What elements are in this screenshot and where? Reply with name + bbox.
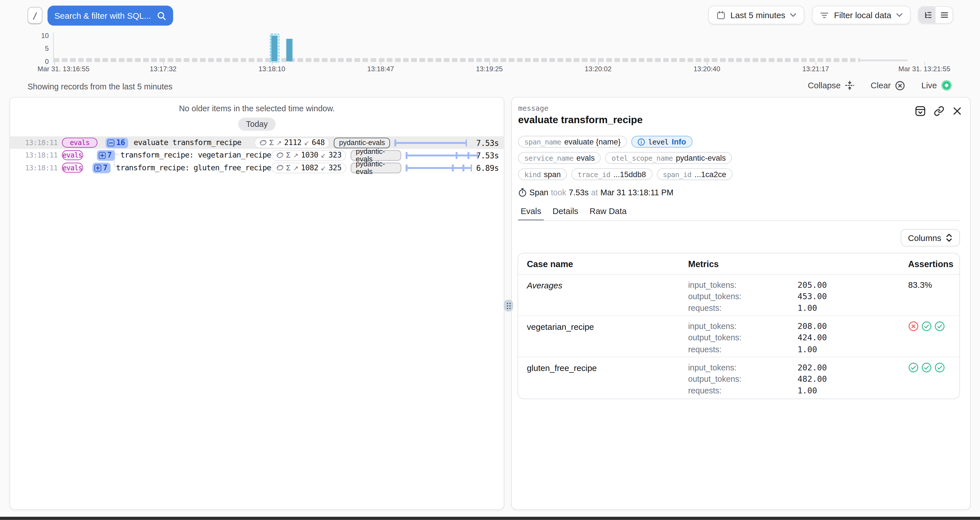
link-icon [934, 105, 944, 116]
close-panel-button[interactable] [953, 107, 962, 116]
row-right-group: Σ ↗ 2112 ↙ 648 pydantic-evals 7.53s [255, 137, 499, 148]
status-row: Showing records from the last 5 minutes … [0, 80, 980, 94]
copy-link-button[interactable] [934, 105, 944, 116]
tokens-out: 323 [328, 151, 341, 160]
attr-pill-span-name[interactable]: span_name evaluate {name} [518, 136, 627, 148]
detail-title: evaluate transform_recipe [518, 114, 963, 126]
evals-table-header: Case name Metrics Assertions [518, 254, 959, 275]
tokens-in-arrow-icon: ↗ [293, 164, 298, 171]
columns-control-row: Columns [512, 229, 970, 247]
metric-value: 1.00 [797, 303, 908, 314]
attribute-row: kind span trace_id ...15ddb8 span_id ...… [518, 168, 964, 180]
trace-row-gluten-free-recipe[interactable]: 13:18:11 evals 7 transform_recipe: glute… [10, 161, 504, 174]
trace-rows: 13:18:11 evals 16 evaluate transform_rec… [10, 136, 504, 174]
histogram-bar-2[interactable] [286, 38, 292, 62]
calendar-icon [716, 10, 725, 19]
assertions-percentage: 83.3% [908, 280, 953, 315]
tokens-out: 648 [312, 138, 325, 147]
expand-children-badge[interactable]: 7 [92, 163, 111, 173]
square-minus-icon [107, 139, 114, 146]
timing-timestamp: Mar 31 13:18:11 PM [600, 188, 673, 197]
y-tick-10: 10 [35, 32, 48, 39]
filter-local-data-button[interactable]: Filter local data [812, 6, 910, 24]
scope-tag: pydantic-evals [334, 137, 390, 148]
detail-header: message evaluate transform_recipe [512, 97, 970, 126]
list-view-button[interactable] [936, 7, 953, 23]
histogram-selected-bucket[interactable] [270, 33, 279, 62]
tab-details[interactable]: Details [550, 206, 581, 221]
attr-pill-otel-scope-name[interactable]: otel_scope_name pydantic-evals [605, 152, 732, 164]
attr-pill-level[interactable]: level Info [631, 136, 692, 148]
metric-value: 424.00 [797, 332, 908, 344]
case-name: gluten_free_recipe [527, 364, 688, 399]
timing-duration: 7.53s [569, 188, 589, 197]
metric-value: 1.00 [797, 385, 908, 397]
filter-label: Filter local data [834, 10, 891, 19]
attr-key: otel_scope_name [612, 153, 673, 163]
sigma-icon: Σ [286, 151, 291, 160]
tokens-out-arrow-icon: ↙ [321, 164, 326, 171]
live-toggle[interactable]: Live [921, 80, 951, 91]
trace-row-vegetarian-recipe[interactable]: 13:18:11 evals 7 transform_recipe: veget… [10, 149, 504, 161]
records-histogram: 10 5 0 Mar 31. 13:16:55 13:17:32 13:18:1… [0, 29, 980, 77]
attr-value: Info [672, 137, 686, 146]
expand-children-badge[interactable]: 7 [97, 150, 115, 160]
duration-bar [406, 151, 470, 159]
close-icon [953, 107, 962, 116]
col-assertions: Assertions [908, 258, 953, 268]
metric-value: 1.00 [797, 344, 908, 356]
attribute-row: service_name evals otel_scope_name pydan… [518, 152, 964, 164]
clear-button[interactable]: Clear [870, 80, 905, 90]
span-attributes: span_name evaluate {name} level Info ser… [512, 126, 970, 180]
collapse-button[interactable]: Collapse [808, 81, 854, 90]
search-icon [157, 11, 166, 21]
evals-tag-pill: evals [62, 138, 97, 148]
coin-icon [276, 151, 283, 159]
clear-circle-x-icon [895, 80, 905, 90]
span-name: evaluate transform_recipe [134, 138, 241, 147]
y-tick-5: 5 [35, 45, 48, 52]
up-down-chevrons-icon [946, 233, 953, 242]
x-tick-label: 13:20:40 [694, 65, 720, 72]
panel-resize-handle[interactable] [504, 300, 513, 312]
empty-window-notice: No older items in the selected time wind… [10, 104, 504, 113]
tree-view-button[interactable] [919, 7, 936, 23]
attr-value: pydantic-evals [676, 153, 725, 163]
metric-label: requests: [688, 344, 798, 356]
search-button[interactable]: Search & filter with SQL... [48, 6, 173, 26]
attr-pill-kind[interactable]: kind span [518, 168, 567, 180]
live-indicator-icon [941, 80, 951, 91]
evals-tag-pill: evals [62, 150, 83, 160]
tabs-underline-track [517, 220, 960, 221]
dock-panel-button[interactable] [915, 105, 926, 116]
showing-records-text: Showing records from the last 5 minutes [27, 82, 172, 91]
trace-list-panel: No older items in the selected time wind… [10, 97, 504, 510]
metric-label: input_tokens: [688, 279, 798, 291]
tab-evals[interactable]: Evals [518, 206, 544, 221]
trace-row-evaluate-transform-recipe[interactable]: 13:18:11 evals 16 evaluate transform_rec… [10, 136, 504, 149]
tab-raw-data[interactable]: Raw Data [587, 206, 629, 221]
x-tick-label: 13:19:25 [476, 65, 503, 72]
assertion-fail-icon [908, 321, 919, 332]
metric-label: input_tokens: [688, 362, 798, 374]
attr-pill-service-name[interactable]: service_name evals [518, 152, 601, 164]
chevron-down-icon [896, 13, 903, 17]
attr-pill-span-id[interactable]: span_id ...1ca2ce [657, 168, 733, 180]
metric-value: 453.00 [797, 291, 908, 303]
assertion-pass-icon [921, 362, 932, 373]
collapse-children-badge[interactable]: 16 [105, 137, 128, 148]
token-usage-pill: Σ ↗ 1082 ↙ 325 [271, 163, 347, 173]
slash-shortcut-key: / [27, 7, 43, 24]
collapse-vertical-icon [845, 81, 854, 90]
tokens-out-arrow-icon: ↙ [304, 139, 309, 146]
child-count: 7 [103, 163, 107, 172]
x-tick-label: 13:21:17 [802, 65, 829, 72]
metric-value: 205.00 [797, 279, 908, 291]
attr-pill-trace-id[interactable]: trace_id ...15ddb8 [571, 168, 652, 180]
tokens-in: 1082 [301, 163, 318, 172]
columns-button[interactable]: Columns [900, 229, 960, 247]
duration-text: 6.89s [474, 163, 499, 172]
time-range-button[interactable]: Last 5 minutes [708, 6, 805, 24]
histogram-bar-1[interactable] [271, 35, 277, 61]
table-row-averages: Averages input_tokens:205.00 output_toke… [518, 275, 959, 316]
